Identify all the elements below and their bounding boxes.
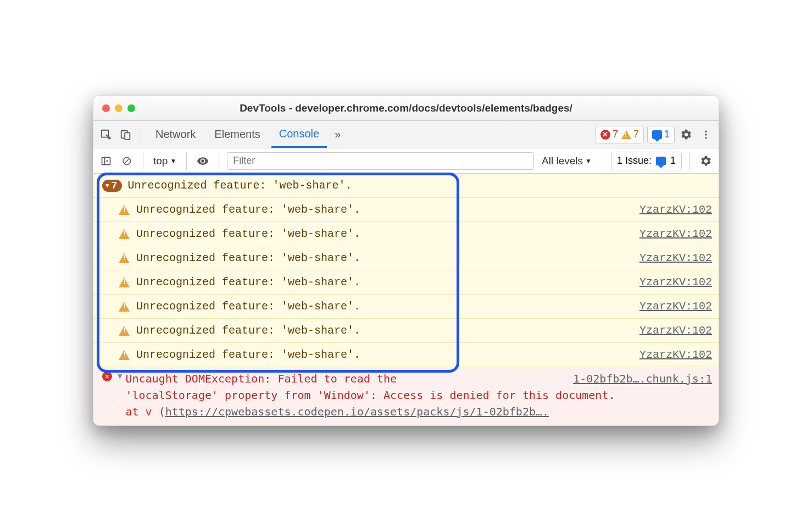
- svg-line-9: [124, 158, 130, 164]
- console-messages: ▼7 Unrecognized feature: 'web-share'. Un…: [93, 174, 719, 425]
- more-tabs-button[interactable]: »: [330, 121, 345, 148]
- stack-link[interactable]: https://cpwebassets.codepen.io/assets/pa…: [165, 405, 549, 418]
- divider: [143, 152, 143, 170]
- chevron-down-icon: ▼: [170, 157, 176, 165]
- divider: [219, 152, 219, 170]
- stack-prefix: at v (: [125, 405, 165, 418]
- error-count: ✕7: [600, 129, 618, 140]
- divider: [186, 152, 187, 170]
- message-counts[interactable]: ✕7 7: [596, 126, 644, 143]
- warning-count: 7: [621, 129, 639, 140]
- divider: [603, 152, 603, 170]
- log-levels-selector[interactable]: All levels▼: [538, 155, 595, 167]
- group-count-pill: ▼7: [102, 180, 122, 192]
- panel-tabs-row: Network Elements Console » ✕7 7 1: [93, 121, 719, 148]
- disclosure-icon[interactable]: ▼: [118, 370, 122, 382]
- issue-icon: [656, 157, 666, 165]
- message-text: Unrecognized feature: 'web-share'.: [136, 348, 634, 361]
- chevron-down-icon: ▼: [585, 157, 592, 165]
- titlebar: DevTools - developer.chrome.com/docs/dev…: [93, 96, 719, 121]
- warning-message-row: Unrecognized feature: 'web-share'.YzarzK…: [93, 319, 719, 343]
- warning-message-row: Unrecognized feature: 'web-share'.YzarzK…: [93, 198, 719, 222]
- settings-icon[interactable]: [678, 126, 694, 143]
- error-icon: ✕: [102, 372, 112, 381]
- svg-point-4: [705, 134, 707, 135]
- tab-console[interactable]: Console: [271, 121, 327, 148]
- message-text: Unrecognized feature: 'web-share'.: [136, 203, 634, 216]
- filter-input[interactable]: [227, 152, 534, 170]
- message-source-link[interactable]: YzarzKV:102: [639, 228, 712, 240]
- window-title: DevTools - developer.chrome.com/docs/dev…: [101, 102, 711, 114]
- warning-message-row: Unrecognized feature: 'web-share'.YzarzK…: [93, 295, 719, 319]
- devtools-window: DevTools - developer.chrome.com/docs/dev…: [93, 95, 719, 426]
- issue-count: 1: [652, 129, 670, 140]
- console-settings-icon[interactable]: [698, 153, 714, 169]
- divider: [141, 126, 141, 143]
- error-text-line1: Uncaught DOMException: Failed to read th…: [125, 370, 568, 387]
- issues-button[interactable]: 1 Issue: 1: [611, 152, 682, 170]
- traffic-lights: [102, 104, 135, 112]
- warning-message-row: Unrecognized feature: 'web-share'.YzarzK…: [93, 246, 719, 270]
- warning-message-row: Unrecognized feature: 'web-share'.YzarzK…: [93, 222, 719, 246]
- warning-icon: [119, 326, 130, 336]
- message-text: Unrecognized feature: 'web-share'.: [136, 324, 634, 337]
- console-toolbar: top▼ All levels▼ 1 Issue: 1: [93, 148, 719, 174]
- message-source-link[interactable]: YzarzKV:102: [639, 276, 712, 289]
- error-message: ✕ ▼ Uncaught DOMException: Failed to rea…: [93, 367, 719, 425]
- warning-icon: [621, 130, 631, 139]
- message-source-link[interactable]: YzarzKV:102: [639, 324, 712, 337]
- divider: [689, 152, 690, 170]
- context-selector[interactable]: top▼: [151, 155, 179, 167]
- error-icon: ✕: [600, 130, 610, 140]
- sidebar-toggle-icon[interactable]: [98, 153, 114, 169]
- message-text: Unrecognized feature: 'web-share'.: [136, 276, 634, 289]
- message-source-link[interactable]: YzarzKV:102: [639, 300, 712, 313]
- close-window-button[interactable]: [102, 104, 110, 112]
- collapse-icon: ▼: [105, 182, 109, 189]
- live-expression-icon[interactable]: [194, 153, 211, 169]
- error-text-line2: 'localStorage' property from 'Window': A…: [125, 387, 712, 403]
- minimize-window-button[interactable]: [115, 104, 123, 112]
- tab-elements[interactable]: Elements: [207, 121, 268, 148]
- message-source-link[interactable]: YzarzKV:102: [639, 348, 712, 361]
- message-source-link[interactable]: 1-02bfb2b….chunk.js:1: [573, 370, 712, 387]
- issue-icon: [652, 130, 662, 139]
- warning-icon: [119, 350, 130, 360]
- warning-message-row: Unrecognized feature: 'web-share'.YzarzK…: [93, 270, 719, 295]
- warning-icon: [119, 229, 130, 239]
- inspect-element-icon[interactable]: [98, 126, 114, 143]
- message-text: Unrecognized feature: 'web-share'.: [136, 252, 634, 264]
- warning-message-row: Unrecognized feature: 'web-share'.YzarzK…: [93, 343, 719, 367]
- warning-icon: [119, 278, 130, 287]
- issues-count-box[interactable]: 1: [647, 126, 675, 143]
- svg-point-3: [705, 130, 707, 132]
- message-group-header[interactable]: ▼7 Unrecognized feature: 'web-share'.: [93, 174, 719, 198]
- warning-icon: [119, 205, 130, 215]
- message-source-link[interactable]: YzarzKV:102: [639, 203, 712, 216]
- svg-rect-6: [102, 157, 110, 164]
- message-text: Unrecognized feature: 'web-share'.: [136, 228, 634, 240]
- warning-icon: [119, 302, 130, 312]
- kebab-menu-icon[interactable]: [698, 126, 714, 143]
- message-text: Unrecognized feature: 'web-share'.: [127, 179, 712, 192]
- svg-rect-2: [125, 132, 130, 140]
- svg-point-5: [705, 137, 707, 138]
- message-source-link[interactable]: YzarzKV:102: [639, 252, 712, 264]
- device-toggle-icon[interactable]: [118, 126, 134, 143]
- message-text: Unrecognized feature: 'web-share'.: [136, 300, 634, 313]
- warning-icon: [119, 253, 130, 263]
- tab-network[interactable]: Network: [148, 121, 203, 148]
- clear-console-icon[interactable]: [119, 153, 135, 169]
- maximize-window-button[interactable]: [127, 104, 135, 112]
